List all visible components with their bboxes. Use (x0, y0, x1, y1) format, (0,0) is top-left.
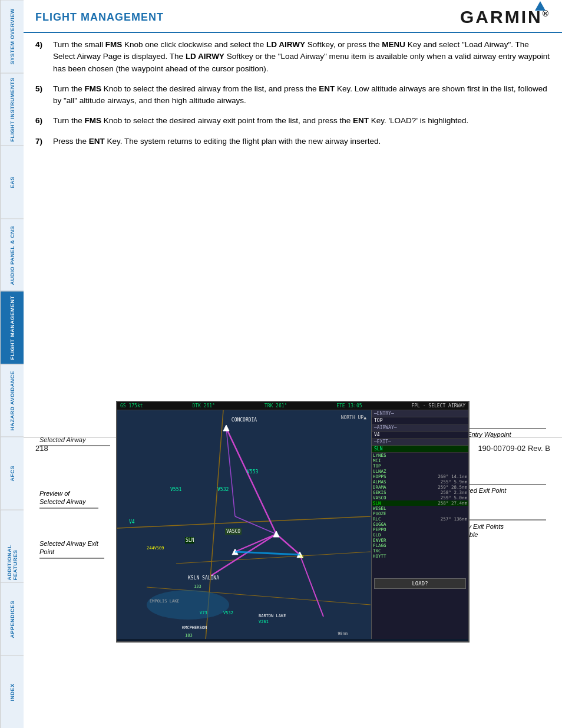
map-area: NORTH UP▲ CONCORDIA (117, 410, 371, 639)
rkmpolis-label: EMPOLIS LAKE (150, 599, 180, 604)
v532b-label: V532 (223, 611, 233, 615)
wp-wesel: WESEL (372, 506, 468, 511)
kmcpherson: KMCPHERSON (182, 625, 207, 630)
annotation-selected-airway: Selected Airway (39, 436, 122, 443)
map-svg (117, 410, 371, 639)
v553-label: V553 (247, 469, 258, 475)
dist-label: 244V509 (147, 546, 164, 551)
waypoint-list: LYNES MCI TOP ULNAZ HOPPS260° 14.1nm ALM… (372, 453, 468, 577)
v73-label: V73 (200, 611, 207, 615)
garmin-logo: GARMIN® (460, 7, 550, 27)
wp-txc: TXC (372, 548, 468, 554)
sidebar-item-additional-features[interactable]: ADDITIONAL FEATURES (0, 510, 24, 583)
annotation-preview: Preview ofSelected Airway (39, 489, 122, 506)
sidebar-item-system-overview[interactable]: SYSTEM OVERVIEW (0, 0, 24, 73)
wp-gld: GLD (372, 532, 468, 538)
v4-label: V4 (129, 519, 135, 525)
map-dtk: DTK 261° (192, 403, 215, 409)
scale: 90nm (338, 631, 348, 636)
wp-flagg: FLAGG (372, 543, 468, 548)
right-panel: ─ENTRY─ TOP ─AIRWAY─ V4 ─EXIT─ SLN (371, 410, 468, 639)
wp-mci: MCI (372, 458, 468, 463)
svg-line-7 (117, 516, 371, 528)
svg-marker-18 (273, 531, 279, 537)
vasco-label: VASCO (225, 528, 242, 535)
svg-line-12 (211, 534, 276, 575)
step-6: 6) Turn the FMS Knob to select the desir… (35, 115, 550, 127)
sidebar-item-audio-panel[interactable]: AUDIO PANEL & CNS (0, 219, 24, 292)
page-header: FLIGHT MANAGEMENT GARMIN® (24, 0, 562, 33)
wp-vasco-row: VASCO259° 5.0nm (372, 495, 468, 500)
main-content: 4) Turn the small FMS Knob one click clo… (24, 33, 562, 426)
svg-marker-21 (223, 425, 229, 431)
entry-header: ─ENTRY─ (372, 410, 468, 417)
sidebar-item-flight-management[interactable]: FLIGHT MANAGEMENT (0, 291, 24, 364)
svg-point-17 (147, 590, 229, 620)
step-5-number: 5) (35, 83, 53, 107)
step-7-text: Press the ENT Key. The system returns to… (53, 136, 550, 147)
wp-gugga: GUGGA (372, 522, 468, 527)
sidebar: SYSTEM OVERVIEW FLIGHT INSTRUMENTS EAS A… (0, 0, 24, 728)
wp-peppo: PEPPO (372, 527, 468, 532)
dist2-label: 78 (299, 555, 303, 559)
step-7: 7) Press the ENT Key. The system returns… (35, 136, 550, 147)
entry-value: TOP (372, 417, 468, 424)
step-4-text: Turn the small FMS Knob one click clockw… (53, 39, 550, 75)
ksln-label: KSLN SALINA (188, 575, 219, 581)
exit-header: ─EXIT─ (372, 439, 468, 446)
map-fpl-title: FPL - SELECT AIRWAY (411, 403, 465, 409)
aviation-display: GS 175kt DTK 261° TRK 261° ETE 13:05 FPL… (116, 401, 470, 643)
step-5-text: Turn the FMS Knob to select the desired … (53, 83, 550, 107)
load-button[interactable]: LOAD? (374, 578, 466, 589)
step-6-text: Turn the FMS Knob to select the desired … (53, 115, 550, 127)
svg-line-16 (226, 428, 235, 516)
step-6-number: 6) (35, 115, 53, 127)
step-5: 5) Turn the FMS Knob to select the desir… (35, 83, 550, 107)
wp-puoze: PUOZE (372, 511, 468, 516)
wp-gekis-row: GEKIS258° 2.3nm (372, 490, 468, 495)
wp-enver: ENVER (372, 538, 468, 543)
step-7-number: 7) (35, 136, 53, 147)
barton-lake: BARTON LAKE (259, 614, 286, 618)
wp-sln-row: SLN258° 27.4nm (372, 500, 468, 506)
wp-hopps-row: HOPPS260° 14.1nm (372, 474, 468, 479)
sidebar-item-afcs[interactable]: AFCS (0, 437, 24, 510)
sidebar-item-eas[interactable]: EAS (0, 146, 24, 219)
sln-box: SLN (185, 537, 194, 543)
map-gs: GS 175kt (120, 403, 143, 409)
wp-ulnaz: ULNAZ (372, 469, 468, 474)
step-4: 4) Turn the small FMS Knob one click clo… (35, 39, 550, 75)
svg-line-10 (226, 428, 276, 534)
ksln-freq: 133 (194, 584, 201, 589)
page-title: FLIGHT MANAGEMENT (35, 11, 164, 24)
map-trk: TRK 261° (265, 403, 287, 409)
v261-label: V261 (259, 620, 269, 624)
annotation-selected-airway-exit: Selected Airway ExitPoint (39, 539, 122, 556)
wp-drama-row: DRAMA259° 28.5nm (372, 485, 468, 490)
footer-doc-number: 190-00709-02 Rev. B (478, 444, 550, 453)
airway-value: V4 (372, 431, 468, 439)
v551-label: V551 (170, 487, 181, 492)
svg-line-14 (235, 534, 276, 552)
wp-almas-row: ALMAS255° 5.9nm (372, 479, 468, 485)
sidebar-item-hazard-avoidance[interactable]: HAZARD AVOIDANCE (0, 364, 24, 437)
svg-line-13 (300, 555, 323, 617)
wp-top: TOP (372, 463, 468, 469)
figure-container: Selected Airway Preview ofSelected Airwa… (35, 401, 550, 409)
kmcp-freq: 183 (185, 633, 193, 638)
sidebar-item-flight-instruments[interactable]: FLIGHT INSTRUMENTS (0, 73, 24, 146)
airway-header: ─AIRWAY─ (372, 424, 468, 431)
wp-rlc-row: RLC257° 136nm (372, 516, 468, 522)
map-ete: ETE 13:05 (336, 403, 362, 409)
wp-lynes: LYNES (372, 453, 468, 458)
sidebar-item-appendices[interactable]: APPENDICES (0, 582, 24, 655)
wp-hoytt: HOYTT (372, 554, 468, 559)
svg-line-11 (276, 534, 300, 555)
exit-value: SLN (372, 446, 468, 453)
v532-label: V532 (217, 487, 229, 492)
sidebar-item-index[interactable]: INDEX (0, 655, 24, 729)
step-4-number: 4) (35, 39, 53, 75)
